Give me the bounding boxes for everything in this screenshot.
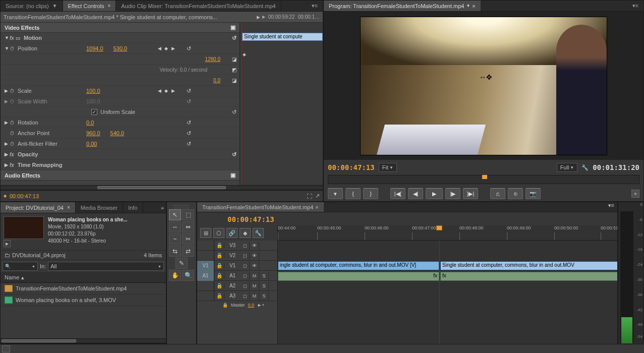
stopwatch-icon[interactable]: ⏱ bbox=[10, 88, 16, 94]
tab-overflow[interactable]: » bbox=[159, 205, 166, 211]
anchor-y-value[interactable]: 540.0 bbox=[110, 130, 125, 136]
program-view[interactable] bbox=[324, 12, 643, 160]
arrow-right-icon[interactable]: ▶ bbox=[257, 15, 260, 20]
add-marker-button[interactable]: ▾ bbox=[328, 188, 343, 199]
sync-lock-icon[interactable]: ◻ bbox=[241, 282, 250, 290]
prop-uniform-scale[interactable]: ✓ Uniform Scale ↺ bbox=[1, 107, 240, 117]
track-header-a3[interactable]: 🔒A3◻MS bbox=[197, 291, 277, 301]
track-header-a1[interactable]: A1🔒A1◻MS bbox=[197, 271, 277, 281]
slide-tool[interactable]: ⇄ bbox=[182, 246, 194, 257]
timeline-track-area[interactable]: ingle student at computer, commons, blur… bbox=[278, 241, 617, 344]
program-playhead[interactable] bbox=[482, 175, 487, 179]
source-a1[interactable]: A1 bbox=[197, 271, 214, 281]
track-header-a2[interactable]: 🔒A2◻MS bbox=[197, 281, 277, 291]
eye-icon[interactable]: 👁 bbox=[250, 252, 259, 260]
list-item[interactable]: Woman placing books on a shelf, 3.MOV bbox=[1, 295, 166, 306]
track-name[interactable]: A1 bbox=[224, 273, 241, 278]
resolution-select[interactable]: Full▼ bbox=[557, 163, 578, 172]
stopwatch-icon[interactable]: ⏱ bbox=[10, 120, 16, 126]
fx-motion-row[interactable]: ▼ fx ▭ Motion ↺ bbox=[1, 33, 240, 43]
panel-menu[interactable]: ▾≡ bbox=[627, 1, 643, 11]
mute-button[interactable]: M bbox=[250, 282, 259, 290]
source-v1[interactable]: V1 bbox=[197, 261, 214, 271]
reset-icon[interactable]: ↺ bbox=[227, 109, 240, 115]
clip-a1-right[interactable]: fx bbox=[440, 272, 617, 281]
graph-icon[interactable]: ◩ bbox=[227, 67, 240, 73]
extract-button[interactable]: ⎋ bbox=[508, 188, 523, 199]
solo-button[interactable]: S bbox=[260, 272, 269, 280]
position-x-value[interactable]: 1094.0 bbox=[86, 45, 103, 51]
ec-mini-timeline[interactable]: Single student at compute ◆ bbox=[240, 23, 323, 185]
eye-icon[interactable]: 👁 bbox=[250, 262, 259, 270]
lock-icon[interactable]: 🔒 bbox=[214, 293, 224, 299]
track-name[interactable]: V2 bbox=[224, 253, 241, 258]
track-name[interactable]: V1 bbox=[224, 263, 241, 268]
sync-lock-icon[interactable]: ◻ bbox=[241, 272, 250, 280]
track-name[interactable]: A3 bbox=[224, 293, 241, 299]
reset-icon[interactable]: ↺ bbox=[182, 141, 194, 147]
keyframe-icon[interactable]: ►∘ bbox=[257, 303, 265, 308]
timeline-playhead-handle[interactable] bbox=[436, 225, 442, 230]
slip-tool[interactable]: ⇆ bbox=[169, 246, 181, 257]
mute-button[interactable]: M bbox=[250, 292, 259, 300]
lock-icon[interactable]: 🔒 bbox=[214, 253, 224, 258]
stopwatch-icon[interactable]: ⏱ bbox=[10, 141, 16, 147]
ec-mini-clip[interactable]: Single student at compute bbox=[242, 33, 323, 41]
track-header-v1[interactable]: V1🔒V1◻👁 bbox=[197, 261, 277, 271]
timeline-settings-button[interactable]: 🔧 bbox=[253, 228, 264, 238]
sort-icon[interactable]: ▴ bbox=[21, 274, 24, 281]
tab-source[interactable]: Source: (no clips)▼ bbox=[1, 1, 63, 11]
eye-icon[interactable]: 👁 bbox=[250, 242, 259, 250]
track-select-tool[interactable]: ⬚ bbox=[182, 209, 194, 220]
close-icon[interactable]: × bbox=[67, 205, 70, 210]
graph-icon[interactable]: ◪ bbox=[227, 56, 240, 62]
mark-out-button[interactable]: } bbox=[363, 188, 378, 199]
close-icon[interactable]: × bbox=[107, 3, 110, 9]
project-list-header[interactable]: Name ▴ bbox=[1, 273, 166, 283]
twirl-icon[interactable]: ▶ bbox=[5, 88, 10, 93]
dropdown-icon[interactable]: ▼ bbox=[466, 4, 470, 8]
wrench-icon[interactable]: 🔧 bbox=[581, 164, 589, 171]
name-column[interactable]: Name bbox=[5, 274, 19, 281]
program-timebar[interactable] bbox=[328, 175, 639, 184]
audio-meter[interactable] bbox=[620, 211, 633, 343]
transform-icon[interactable]: ▭ bbox=[16, 35, 22, 41]
panel-menu[interactable]: ▾≡ bbox=[307, 1, 323, 11]
ec-playhead[interactable] bbox=[242, 23, 242, 185]
master-value[interactable]: 0.0 bbox=[248, 303, 255, 308]
lift-button[interactable]: ⎌ bbox=[490, 188, 505, 199]
lock-icon[interactable]: 🔒 bbox=[222, 303, 228, 308]
rolling-edit-tool[interactable]: ⇔ bbox=[182, 221, 194, 232]
goto-in-button[interactable]: |◀{ bbox=[390, 188, 405, 199]
step-forward-button[interactable]: |▶ bbox=[445, 188, 460, 199]
timeline-ruler[interactable]: 00:44:00 00:00:45:00 00:00:46:00 00:00:4… bbox=[278, 225, 617, 241]
master-track[interactable]: 🔒 Master 0.0 ►∘ bbox=[197, 301, 277, 309]
dropdown-icon[interactable]: ▼ bbox=[32, 265, 35, 268]
dropdown-icon[interactable]: ▼ bbox=[52, 3, 57, 9]
ec-scrollbar[interactable] bbox=[1, 185, 323, 190]
preview-play-button[interactable]: ▶ bbox=[4, 240, 11, 247]
position-extra-value[interactable]: 1280.0 bbox=[205, 56, 220, 62]
solo-button[interactable]: S bbox=[260, 282, 269, 290]
keyframe-nav[interactable]: ◀ ◆ ▶ bbox=[152, 88, 182, 93]
zoom-icon[interactable]: ⛶ bbox=[307, 193, 312, 199]
twirl-icon[interactable]: ▶ bbox=[5, 120, 10, 125]
keyframe-nav[interactable]: ◀ ◆ ▶ bbox=[152, 46, 182, 51]
tab-media-browser[interactable]: Media Browser bbox=[76, 202, 123, 213]
section-icon[interactable]: ▣ bbox=[230, 172, 236, 179]
scale-value[interactable]: 100.0 bbox=[86, 88, 100, 94]
keyframe-icon[interactable]: ◆ bbox=[243, 52, 246, 57]
fx-opacity-row[interactable]: ▶ fx Opacity ↺ bbox=[1, 149, 240, 160]
section-icon[interactable]: ▣ bbox=[230, 24, 236, 31]
reset-icon[interactable]: ↺ bbox=[182, 120, 194, 126]
clip-thumbnail[interactable] bbox=[4, 216, 44, 239]
close-icon[interactable]: × bbox=[472, 3, 475, 9]
tab-program[interactable]: Program: TransitionFemaleStudentToMaleSt… bbox=[324, 1, 481, 11]
anti-flicker-value[interactable]: 0.00 bbox=[86, 141, 97, 147]
selection-tool[interactable]: ↖ bbox=[169, 209, 181, 220]
step-back-button[interactable]: ◀| bbox=[408, 188, 423, 199]
panel-menu[interactable]: ▾≡ bbox=[605, 202, 617, 212]
sync-lock-icon[interactable]: ◻ bbox=[241, 262, 250, 270]
sync-lock-icon[interactable]: ◻ bbox=[241, 242, 250, 250]
track-header-v3[interactable]: 🔒V3◻👁 bbox=[197, 241, 277, 251]
